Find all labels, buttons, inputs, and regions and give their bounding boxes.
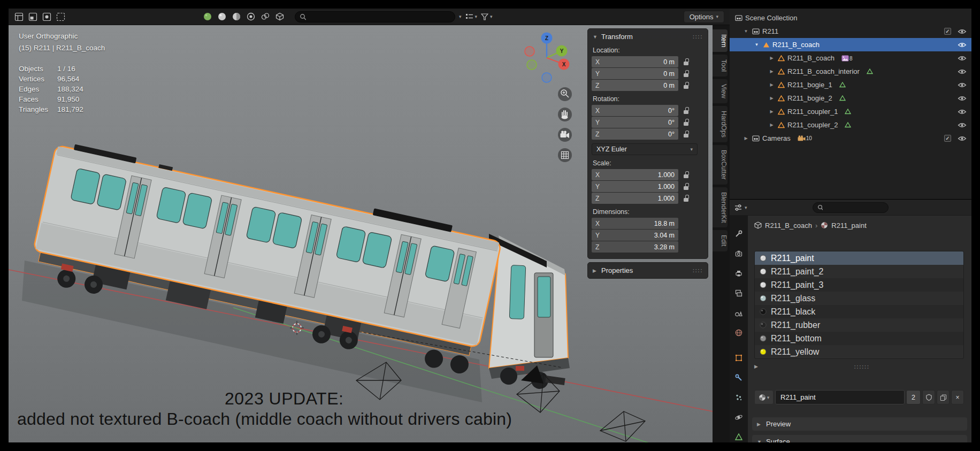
disclosure-caret-icon[interactable]: ▶ [768, 109, 775, 114]
filter-button[interactable]: ▾ [481, 13, 493, 20]
preview-panel-header[interactable]: ▶ Preview [752, 417, 967, 431]
display-mode-icon[interactable] [56, 12, 66, 22]
properties-search-input[interactable] [826, 204, 884, 211]
options-button[interactable]: Options ▾ [684, 11, 724, 23]
axis-neg-y-handle[interactable] [527, 60, 537, 70]
grid-ortho-button[interactable] [558, 148, 572, 162]
modifiers-tab-icon[interactable] [732, 371, 746, 384]
outliner-row-scene-collection[interactable]: Scene Collection [730, 11, 971, 25]
object-data-tab-icon[interactable] [732, 431, 746, 442]
rotation-y-lock-icon[interactable] [682, 118, 691, 127]
disclosure-caret-icon[interactable]: ▶ [768, 56, 775, 60]
panel-grip[interactable]: :::: [693, 34, 703, 40]
properties-editor-icon[interactable] [734, 203, 742, 212]
list-resize-grip[interactable]: :::::: [854, 364, 870, 370]
tab-hardops[interactable]: HardOps [713, 106, 728, 142]
transform-panel-header[interactable]: ▼ Transform :::: [592, 31, 704, 42]
visibility-eye-icon[interactable] [958, 82, 967, 88]
location-z-lock-icon[interactable] [682, 81, 691, 90]
outliner-row-child-0[interactable]: ▶ R211_B_coach 8 [730, 51, 971, 65]
camera-view-button[interactable] [558, 128, 572, 142]
properties-search[interactable] [813, 202, 889, 213]
outliner-row-child-5[interactable]: ▶ R211_coupler_2 [730, 118, 971, 132]
rotation-z-field[interactable]: Z0° [592, 128, 678, 140]
material-slot[interactable]: R211_paint [755, 251, 963, 265]
scale-y-lock-icon[interactable] [682, 182, 691, 192]
axis-neg-x-handle[interactable] [525, 47, 534, 56]
scale-x-lock-icon[interactable] [682, 170, 691, 180]
physics-tab-icon[interactable] [732, 411, 746, 424]
dimensions-x-field[interactable]: X18.8 m [592, 218, 678, 229]
tab-item[interactable]: Item [713, 29, 728, 52]
tool-tab-icon[interactable] [732, 227, 746, 240]
outliner-row-child-2[interactable]: ▶ R211_bogie_1 [730, 78, 971, 91]
tab-tool[interactable]: Tool [713, 55, 728, 77]
visibility-eye-icon[interactable] [958, 69, 967, 74]
render-tab-icon[interactable] [732, 247, 746, 260]
unlink-button[interactable]: × [951, 390, 964, 404]
scale-y-field[interactable]: Y1.000 [592, 181, 678, 192]
overlays-icon[interactable] [260, 12, 270, 22]
disclosure-caret-icon[interactable]: ▶ [768, 69, 775, 74]
material-slot[interactable]: R211_black [755, 305, 963, 318]
properties-subpanel[interactable]: ▶ Properties :::: [587, 262, 708, 279]
material-preview-sphere-icon[interactable] [202, 12, 212, 22]
panel-grip[interactable]: :::: [693, 267, 703, 273]
collection-checkbox[interactable]: ✓ [944, 28, 951, 35]
collapse-caret-icon[interactable]: ▼ [593, 34, 598, 40]
viewport-search-input[interactable] [309, 13, 450, 20]
zoom-button[interactable] [558, 87, 572, 101]
viewport-nav-buttons[interactable] [558, 87, 572, 162]
outliner-row-child-3[interactable]: ▶ R211_bogie_2 [730, 91, 971, 105]
view-layer-tab-icon[interactable] [732, 287, 746, 300]
shading-material-sphere-icon[interactable] [231, 12, 241, 22]
location-y-field[interactable]: Y0 m [592, 68, 678, 79]
scale-x-field[interactable]: X1.000 [592, 169, 678, 180]
material-slot[interactable]: R211_yellow [755, 345, 963, 358]
visibility-eye-icon[interactable] [958, 42, 967, 48]
material-slot[interactable]: R211_bottom [755, 332, 963, 345]
camera-object-3[interactable] [600, 411, 645, 441]
shading-rendered-sphere-icon[interactable] [246, 12, 256, 22]
visibility-eye-icon[interactable] [958, 56, 967, 61]
viewport-canvas[interactable]: User Orthographic (15) R211 | R211_B_coa… [9, 25, 713, 442]
scale-z-lock-icon[interactable] [682, 194, 691, 203]
fake-user-shield-button[interactable] [922, 390, 935, 404]
axis-neg-z-handle[interactable] [542, 73, 552, 82]
scale-z-field[interactable]: Z1.000 [592, 193, 678, 204]
visibility-eye-icon[interactable] [958, 96, 967, 101]
scene-tab-icon[interactable] [732, 307, 746, 319]
material-name-field[interactable]: R211_paint [775, 390, 905, 404]
surface-panel-header[interactable]: ▼ Surface [752, 435, 967, 442]
disclosure-caret-icon[interactable]: ▼ [753, 42, 760, 47]
disclosure-caret-icon[interactable]: ▼ [742, 29, 749, 34]
axis-gizmo[interactable]: Z Y X [525, 33, 570, 83]
material-browse-button[interactable]: ▾ [754, 390, 774, 404]
world-tab-icon[interactable] [732, 326, 746, 339]
outliner-row-child-1[interactable]: ▶ R211_B_coach_interior [730, 65, 971, 78]
visibility-eye-icon[interactable] [958, 109, 967, 114]
rotation-x-field[interactable]: X0° [592, 105, 678, 116]
view-layout-icon[interactable] [28, 12, 38, 22]
pan-hand-button[interactable] [558, 108, 572, 121]
breadcrumb-object[interactable]: R211_B_coach [765, 221, 812, 230]
output-tab-icon[interactable] [732, 267, 746, 280]
breadcrumb-material[interactable]: R211_paint [831, 221, 867, 230]
rotation-mode-dropdown[interactable]: XYZ Euler ▾ [592, 143, 698, 155]
dimensions-y-field[interactable]: Y3.04 m [592, 230, 678, 241]
tab-edit[interactable]: Edit [713, 230, 728, 251]
material-slot[interactable]: R211_paint_3 [755, 278, 963, 292]
tab-blenderkit[interactable]: BlenderKit [713, 187, 728, 228]
visibility-eye-icon[interactable] [958, 29, 967, 34]
rotation-y-field[interactable]: Y0° [592, 117, 678, 128]
shading-solid-sphere-icon[interactable] [217, 12, 227, 22]
tab-boxcutter[interactable]: BoxCutter [713, 145, 728, 185]
outliner-row-child-4[interactable]: ▶ R211_coupler_1 [730, 105, 971, 118]
outliner-row-cameras[interactable]: ▶ Cameras 10 ✓ [730, 132, 971, 145]
tab-view[interactable]: View [713, 79, 728, 103]
location-x-field[interactable]: X0 m [592, 56, 678, 67]
collection-checkbox[interactable]: ✓ [944, 135, 951, 142]
material-slot[interactable]: R211_paint_2 [755, 265, 963, 278]
disclosure-caret-icon[interactable]: ▶ [768, 96, 775, 101]
visibility-eye-icon[interactable] [958, 136, 967, 141]
